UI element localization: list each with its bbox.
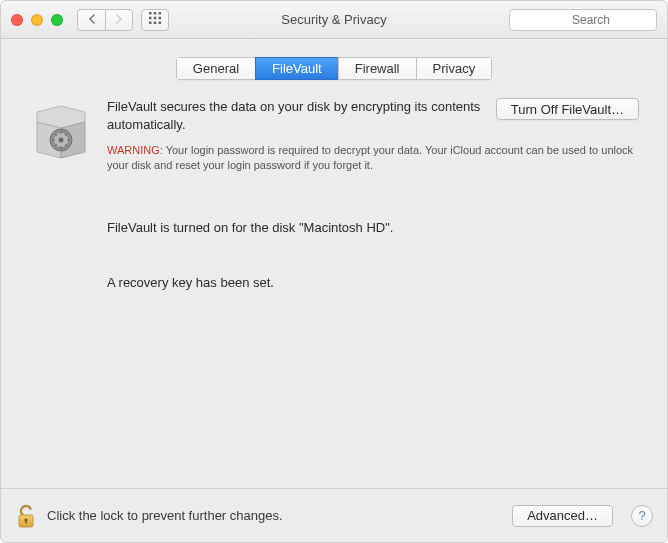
chevron-left-icon xyxy=(88,13,96,27)
search-input[interactable] xyxy=(509,9,657,31)
svg-rect-0 xyxy=(149,12,152,15)
intro-text: FileVault secures the data on your disk … xyxy=(107,98,482,133)
svg-rect-6 xyxy=(149,22,152,25)
svg-rect-2 xyxy=(159,12,162,15)
help-button[interactable]: ? xyxy=(631,505,653,527)
warning-block: WARNING: Your login password is required… xyxy=(107,143,639,173)
search-wrap xyxy=(509,9,657,31)
close-window-button[interactable] xyxy=(11,14,23,26)
grid-icon xyxy=(149,12,161,27)
svg-rect-5 xyxy=(159,17,162,20)
chevron-right-icon xyxy=(115,13,123,27)
traffic-lights xyxy=(11,14,63,26)
titlebar: Security & Privacy xyxy=(1,1,667,39)
forward-button[interactable] xyxy=(105,9,133,31)
warning-text: Your login password is required to decry… xyxy=(107,144,633,171)
filevault-pref-icon xyxy=(29,100,93,164)
minimize-window-button[interactable] xyxy=(31,14,43,26)
svg-rect-8 xyxy=(159,22,162,25)
warning-label: WARNING: xyxy=(107,144,163,156)
nav-group xyxy=(77,9,133,31)
window-root: Security & Privacy General FileVault Fir… xyxy=(0,0,668,543)
tabs-row: General FileVault Firewall Privacy xyxy=(1,39,667,92)
turn-off-filevault-button[interactable]: Turn Off FileVault… xyxy=(496,98,639,120)
tab-privacy[interactable]: Privacy xyxy=(416,57,493,80)
svg-rect-4 xyxy=(154,17,157,20)
filevault-status-text: FileVault is turned on for the disk "Mac… xyxy=(107,219,639,237)
copy-block: FileVault secures the data on your disk … xyxy=(107,98,639,292)
advanced-button[interactable]: Advanced… xyxy=(512,505,613,527)
tab-group: General FileVault Firewall Privacy xyxy=(176,57,492,80)
tab-filevault[interactable]: FileVault xyxy=(255,57,338,80)
lock-hint-text: Click the lock to prevent further change… xyxy=(47,508,283,523)
zoom-window-button[interactable] xyxy=(51,14,63,26)
svg-point-16 xyxy=(59,138,64,143)
lock-icon[interactable] xyxy=(15,503,37,529)
show-all-button[interactable] xyxy=(141,9,169,31)
svg-rect-27 xyxy=(25,520,26,524)
footer: Click the lock to prevent further change… xyxy=(1,488,667,542)
svg-rect-1 xyxy=(154,12,157,15)
tab-firewall[interactable]: Firewall xyxy=(338,57,416,80)
recovery-key-text: A recovery key has been set. xyxy=(107,274,639,292)
tab-general[interactable]: General xyxy=(176,57,255,80)
back-button[interactable] xyxy=(77,9,105,31)
svg-rect-7 xyxy=(154,22,157,25)
svg-rect-3 xyxy=(149,17,152,20)
main-panel: FileVault secures the data on your disk … xyxy=(15,92,653,488)
